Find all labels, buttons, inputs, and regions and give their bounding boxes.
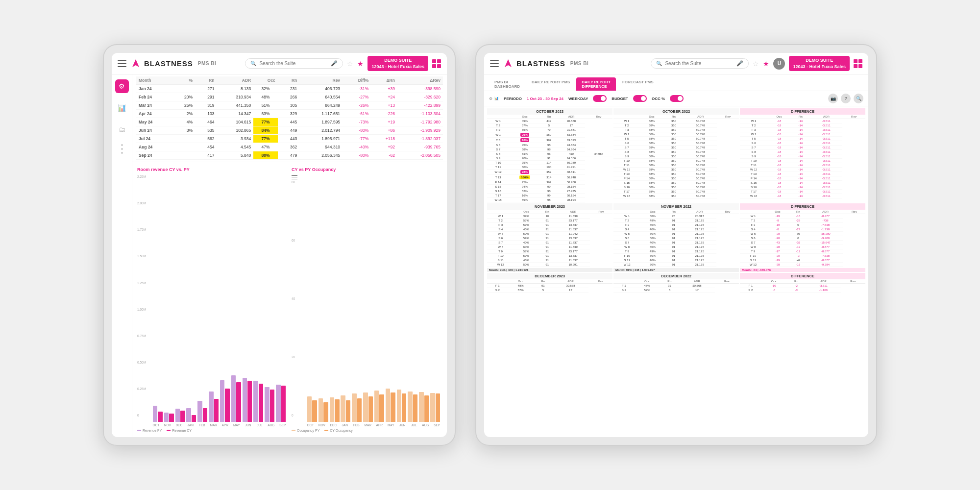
right-search-bar[interactable]: 🔍 🎤 [651, 58, 749, 69]
bar-occ-py [341, 395, 345, 422]
table-row: S 9-18-14-3.511 [740, 154, 865, 159]
logo-icon [130, 58, 141, 69]
menu-button[interactable] [118, 60, 126, 67]
table-row: T 2-18-14-3.511 [740, 123, 865, 128]
tab-forecast[interactable]: FORECAST PMS [617, 77, 659, 91]
table-row: S 635%9834.864 [487, 143, 612, 147]
table-row: W 550%9111.242 [487, 232, 612, 236]
chart2-legend: Occupancy PY CY Occupancy [292, 429, 442, 432]
chart2-bars [305, 180, 442, 422]
tab-daily-pms[interactable]: DAILY REPORT PMS [526, 77, 575, 91]
oct-2022-header: OCTOBER 2022 [613, 108, 739, 115]
table-row: S 853%9643034.964 [487, 152, 612, 156]
bar-occ-cy [323, 402, 328, 422]
left-main: Month % Rn ADR Occ Rn Rev Diff% ΔRn ΔRev [132, 74, 447, 437]
table-row: T 257%517 [487, 123, 612, 128]
bar-py [209, 392, 213, 422]
table-row: S 8-18-14-3.511 [740, 150, 865, 154]
table-row: W 12-18-14-3.511 [740, 168, 865, 172]
bar-occ-cy [312, 400, 317, 422]
nov-diff-section: DIFFERENCE OccRnADRRev W 1-19-18-8.477T … [740, 203, 865, 267]
right-grid-icon[interactable] [854, 59, 862, 68]
table-row: T 1716%9930.154 [487, 194, 612, 198]
tab-pms-dashboard[interactable]: PMS BIDASHBOARD [489, 77, 525, 91]
sidebar-icon-table[interactable]: 🗂 [115, 122, 129, 136]
right-search-icon: 🔍 [656, 61, 662, 66]
table-row: S 1558%35050.748 [613, 181, 739, 185]
tabs-bar: PMS BIDASHBOARD DAILY REPORT PMS DAILY R… [484, 74, 868, 91]
dec-2023-table: OccRnADRRev F 148%9130.568S 257%517 [487, 279, 612, 293]
chart-label: JAN [186, 423, 196, 427]
sidebar-icon-filter[interactable]: ⚙ [115, 79, 129, 93]
table-row: F 14-18-14-3.511 [740, 176, 865, 181]
demo-suite-badge: DEMO SUITE 12043 - Hotel Fuxia Sales [368, 56, 428, 71]
right-header: BLASTNESS PMS BI 🔍 🎤 ☆ ★ U DEMO SUITE 12… [484, 53, 868, 74]
table-row: T 1058%35050.748 [613, 159, 739, 163]
bar-occ-py [363, 392, 368, 422]
sidebar-icon-chart[interactable]: 📊 [115, 101, 129, 115]
right-star-1[interactable]: ☆ [753, 60, 759, 68]
chart-label: AUG [266, 423, 276, 427]
chart2-label: SEP [432, 423, 442, 427]
search-bar[interactable]: 🔍 🎤 [245, 58, 343, 69]
bar-occ-cy [357, 398, 362, 422]
table-row: T 558%35050.748 [613, 137, 739, 141]
table-row: F 1050%9121.175 [613, 254, 739, 258]
bar-cy [169, 414, 173, 422]
bar-group [220, 380, 230, 422]
chart-menu-icon[interactable] [292, 175, 297, 179]
right-star-2[interactable]: ★ [763, 60, 769, 68]
nov-diff-header: DIFFERENCE [740, 203, 865, 210]
action-icon-3[interactable]: 🔍 [854, 94, 863, 103]
bar-occ-py [374, 391, 379, 422]
table-row: S 758%35050.748 [613, 146, 739, 150]
table-row: S 659%9113.637 [487, 236, 612, 241]
left-tablet: BLASTNESS PMS BI 🔍 🎤 ☆ ★ DEMO SUITE 1204… [103, 44, 456, 446]
table-row: F 148%9130.568 [487, 284, 612, 288]
bar-cy [180, 411, 185, 422]
budget-label: BUDGET [612, 97, 628, 101]
budget-toggle[interactable] [633, 95, 647, 102]
table-row: Jan 24 [136, 85, 171, 93]
table-row: F 1059%9113.637 [487, 254, 612, 258]
nov-2022-section: NOVEMBER 2022 OccRnADRRev W 150%2820.317… [613, 203, 739, 267]
tab-daily-diff[interactable]: DAILY REPORTDIFFERENCE [576, 77, 616, 91]
bar-occ-py [408, 392, 412, 422]
right-mic-icon[interactable]: 🎤 [736, 60, 743, 67]
table-row: Aug 24 [136, 143, 171, 151]
occ-toggle[interactable] [670, 95, 684, 102]
table-row: T 2-8-28-738 [740, 219, 865, 223]
table-row: T 10-18-14-3.511 [740, 159, 865, 163]
action-icon-1[interactable]: 📷 [828, 94, 838, 103]
table-row: W 1250%9110.391 [487, 263, 612, 267]
oct-2023-header: OCTOBER 2023 [487, 108, 612, 115]
right-menu-button[interactable] [490, 60, 499, 67]
grid-icon[interactable] [432, 59, 441, 68]
search-input[interactable] [259, 61, 328, 66]
table-row: T 249%9121.175 [613, 219, 739, 223]
table-row: F 1-10-2-3.511 [740, 284, 865, 288]
y-axis-1: 2.25M 2.00M 1.75M 1.50M 1.25M 1.00M 0.75… [137, 175, 151, 427]
star-icon-1[interactable]: ☆ [347, 60, 353, 68]
table-row: T 1158%35050.748 [613, 163, 739, 168]
table-row: S 257%517 [487, 288, 612, 293]
right-search-input[interactable] [665, 61, 734, 66]
chart2-label: APR [374, 423, 385, 427]
table-row: T 5-18-14-3.511 [740, 137, 865, 141]
bar-py [253, 381, 258, 422]
action-icon-2[interactable]: ? [841, 94, 851, 103]
bar-py [164, 413, 169, 422]
bar-group-occ [330, 397, 340, 422]
table-row: W 1859%9838.194 [487, 198, 612, 202]
table-row: W 12-38-16-9.784 [740, 263, 865, 267]
star-icon-2[interactable]: ★ [357, 60, 364, 68]
bar-group [175, 409, 185, 422]
table-row: T 257%9133.177 [487, 219, 612, 223]
bar-group-occ [419, 392, 429, 422]
table-row: S 858%35050.748 [613, 150, 739, 154]
weekday-toggle[interactable] [593, 95, 607, 102]
header-icons: ☆ ★ DEMO SUITE 12043 - Hotel Fuxia Sales [347, 56, 441, 71]
mic-icon[interactable]: 🎤 [331, 60, 338, 67]
table-row: F 148%9130.568 [613, 284, 739, 288]
table-row: May 24 [136, 118, 171, 126]
